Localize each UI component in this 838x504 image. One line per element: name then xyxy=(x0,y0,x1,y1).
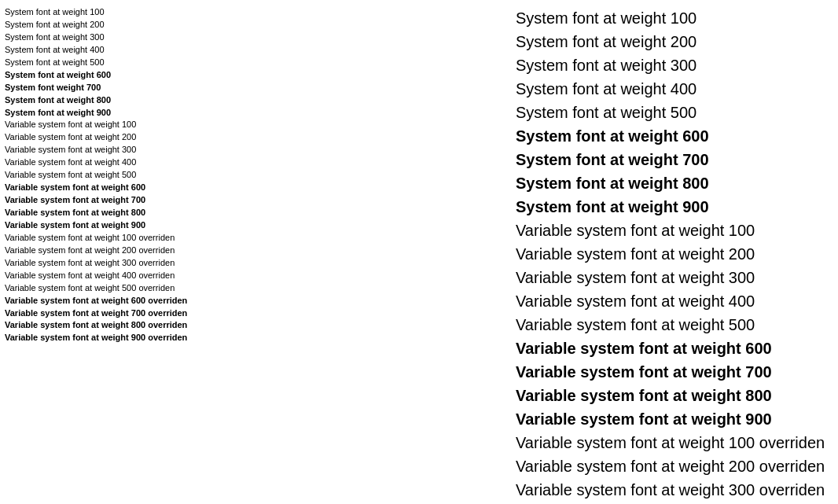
right-font-item-16: Variable system font at weight 800 xyxy=(516,384,833,407)
left-font-item-10: Variable system font at weight 200 xyxy=(5,131,256,144)
right-font-item-20: Variable system font at weight 300 overr… xyxy=(516,478,833,502)
right-font-item-1: System font at weight 200 xyxy=(516,30,833,53)
right-font-item-3: System font at weight 400 xyxy=(516,77,833,101)
right-font-item-14: Variable system font at weight 600 xyxy=(516,337,833,360)
right-font-item-9: Variable system font at weight 100 xyxy=(516,219,833,242)
right-column: System font at weight 100System font at … xyxy=(256,6,833,504)
right-font-item-7: System font at weight 800 xyxy=(516,171,833,195)
left-font-item-7: System font at weight 800 xyxy=(5,94,256,107)
right-font-item-4: System font at weight 500 xyxy=(516,101,833,124)
right-font-item-8: System font at weight 900 xyxy=(516,195,833,219)
left-font-item-11: Variable system font at weight 300 xyxy=(5,144,256,156)
left-font-item-6: System font weight 700 xyxy=(5,82,256,94)
left-font-item-13: Variable system font at weight 500 xyxy=(5,169,256,182)
left-font-item-0: System font at weight 100 xyxy=(5,6,256,19)
right-font-item-0: System font at weight 100 xyxy=(516,6,833,30)
left-font-item-12: Variable system font at weight 400 xyxy=(5,156,256,169)
right-font-item-19: Variable system font at weight 200 overr… xyxy=(516,454,833,478)
right-font-item-6: System font at weight 700 xyxy=(516,148,833,171)
right-font-item-13: Variable system font at weight 500 xyxy=(516,313,833,337)
left-font-item-17: Variable system font at weight 900 xyxy=(5,219,256,232)
left-font-item-20: Variable system font at weight 300 overr… xyxy=(5,257,256,270)
right-font-item-11: Variable system font at weight 300 xyxy=(516,266,833,289)
left-font-item-2: System font at weight 300 xyxy=(5,31,256,44)
left-font-item-18: Variable system font at weight 100 overr… xyxy=(5,232,256,245)
right-font-item-12: Variable system font at weight 400 xyxy=(516,289,833,313)
right-font-item-15: Variable system font at weight 700 xyxy=(516,360,833,384)
left-font-item-8: System font at weight 900 xyxy=(5,107,256,120)
right-font-item-17: Variable system font at weight 900 xyxy=(516,407,833,431)
left-column: System font at weight 100System font at … xyxy=(5,6,256,504)
left-font-item-16: Variable system font at weight 800 xyxy=(5,207,256,219)
left-font-item-26: Variable system font at weight 900 overr… xyxy=(5,332,256,344)
left-font-item-4: System font at weight 500 xyxy=(5,57,256,69)
right-font-item-10: Variable system font at weight 200 xyxy=(516,242,833,266)
left-font-item-23: Variable system font at weight 600 overr… xyxy=(5,295,256,307)
left-font-item-19: Variable system font at weight 200 overr… xyxy=(5,245,256,257)
left-font-item-3: System font at weight 400 xyxy=(5,44,256,57)
left-font-item-22: Variable system font at weight 500 overr… xyxy=(5,282,256,295)
left-font-item-24: Variable system font at weight 700 overr… xyxy=(5,307,256,320)
right-font-item-5: System font at weight 600 xyxy=(516,124,833,148)
left-font-item-21: Variable system font at weight 400 overr… xyxy=(5,270,256,282)
right-font-item-2: System font at weight 300 xyxy=(516,53,833,77)
left-font-item-1: System font at weight 200 xyxy=(5,19,256,31)
left-font-item-15: Variable system font at weight 700 xyxy=(5,194,256,207)
right-font-item-18: Variable system font at weight 100 overr… xyxy=(516,431,833,454)
left-font-item-25: Variable system font at weight 800 overr… xyxy=(5,319,256,332)
left-font-item-9: Variable system font at weight 100 xyxy=(5,119,256,131)
left-font-item-5: System font at weight 600 xyxy=(5,69,256,82)
left-font-item-14: Variable system font at weight 600 xyxy=(5,182,256,194)
